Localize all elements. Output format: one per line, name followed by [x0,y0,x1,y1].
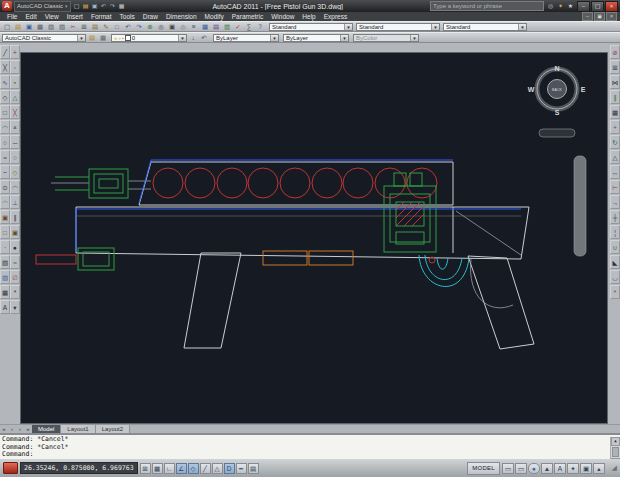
osnap-tool-icon[interactable]: ∅ [10,270,20,284]
draw-tool-icon[interactable]: ◠ [0,120,10,134]
infocenter-search-input[interactable]: Type a keyword or phrase [430,1,544,11]
infocenter-icon[interactable]: ★ [566,2,575,11]
toolbar-icon[interactable]: ▤ [13,22,23,31]
menu-item[interactable]: Tools [116,12,139,21]
quick-access-icon[interactable]: ▤ [82,2,90,11]
modify-tool-icon[interactable]: ◡ [610,270,620,284]
status-toggle-button[interactable]: D [224,463,235,474]
toolbar-icon[interactable]: ✂ [68,22,78,31]
modify-tool-icon[interactable]: ◣ [610,255,620,269]
command-scrollbar[interactable]: ▲ ▼ [610,437,620,459]
toolbar-icon[interactable]: ▦ [200,22,210,31]
toolbar-icon[interactable]: ▣ [167,22,177,31]
modify-tool-icon[interactable]: ↻ [610,135,620,149]
model-space-canvas[interactable]: BACK N S W E [20,52,608,424]
menu-item[interactable]: Parametric [228,12,267,21]
status-right-icon[interactable]: ✦ [567,463,579,474]
status-right-icon[interactable]: ▲ [541,463,553,474]
chevron-down-icon[interactable]: ▼ [340,35,348,41]
toolbar-icon[interactable]: ▢ [2,22,12,31]
status-right-icon[interactable]: A [554,463,566,474]
toolbar-icon[interactable]: ▤ [90,22,100,31]
modify-tool-icon[interactable]: ↔ [610,165,620,179]
modify-tool-icon[interactable]: ⊢ [610,180,620,194]
quick-access-icon[interactable]: ↷ [109,2,117,11]
osnap-tool-icon[interactable]: ⊥ [10,195,20,209]
status-right-icon[interactable]: ▣ [580,463,592,474]
draw-tool-icon[interactable]: ▦ [0,285,10,299]
toolbar-icon[interactable]: ✓ [233,22,243,31]
layer-toolbar-icon[interactable]: ▦ [98,33,108,42]
status-toggle-button[interactable]: △ [212,463,223,474]
menu-item[interactable]: Edit [21,12,40,21]
osnap-tool-icon[interactable]: * [10,285,20,299]
model-paper-toggle[interactable]: MODEL [467,462,500,475]
style-combo[interactable]: Standard ▼ [356,23,440,31]
osnap-tool-icon[interactable]: ◦ [10,60,20,74]
draw-tool-icon[interactable]: ~ [0,165,10,179]
draw-tool-icon[interactable]: ○ [0,135,10,149]
chevron-down-icon[interactable]: ▼ [270,35,278,41]
scrollbar-thumb[interactable] [612,447,619,457]
command-window[interactable]: Command: *Cancel*Command: *Cancel*Comman… [0,433,620,459]
menu-item[interactable]: Help [298,12,319,21]
draw-tool-icon[interactable]: ▨ [0,255,10,269]
modify-tool-icon[interactable]: ¦ [610,225,620,239]
clean-screen-corner-icon[interactable]: ◢ [607,464,617,472]
osnap-tool-icon[interactable]: ▾ [10,300,20,314]
window-control-button[interactable]: ▢ [591,1,604,12]
draw-tool-icon[interactable]: ◇ [0,90,10,104]
status-toggle-button[interactable]: ▦ [152,463,163,474]
status-right-icon[interactable]: ▭ [515,463,527,474]
osnap-tool-icon[interactable]: ╳ [10,105,20,119]
chevron-down-icon[interactable]: ▼ [431,24,439,30]
status-toggle-button[interactable]: ∟ [164,463,175,474]
navigation-bar[interactable] [574,156,586,256]
workspace-combo[interactable]: AutoCAD Classic ▼ [2,34,86,42]
status-toggle-button[interactable]: ╱ [200,463,211,474]
draw-tool-icon[interactable]: ▣ [0,210,10,224]
status-toggle-button[interactable]: ∠ [176,463,187,474]
toolbar-icon[interactable]: ◎ [156,22,166,31]
toolbar-icon[interactable]: ▣ [24,22,34,31]
viewcube-compass[interactable]: BACK N S W E [528,65,586,138]
toolbar-icon[interactable]: □ [112,22,122,31]
toolbar-icon[interactable]: ▦ [35,22,45,31]
osnap-tool-icon[interactable]: △ [10,90,20,104]
draw-tool-icon[interactable]: ⊙ [0,180,10,194]
status-toggle-button[interactable]: ◇ [188,463,199,474]
status-right-icon[interactable]: ● [528,463,540,474]
menu-item[interactable]: Dimension [162,12,201,21]
osnap-tool-icon[interactable]: × [10,120,20,134]
toolbar-icon[interactable]: ≡ [189,22,199,31]
menu-item[interactable]: Express [320,12,351,21]
linetype-combo[interactable]: ByLayer ▼ [283,34,349,42]
modify-tool-icon[interactable]: ┼ [610,210,620,224]
modify-tool-icon[interactable]: ⋈ [610,75,620,89]
status-right-icon[interactable]: ▭ [502,463,514,474]
draw-tool-icon[interactable]: A [0,300,10,314]
menu-item[interactable]: Window [267,12,298,21]
infocenter-icon[interactable]: ◎ [546,2,555,11]
osnap-tool-icon[interactable]: ◇ [10,165,20,179]
modify-tool-icon[interactable]: ∪ [610,240,620,254]
menu-item[interactable]: View [41,12,63,21]
toolbar-icon[interactable]: ▨ [57,22,67,31]
quick-access-icon[interactable]: ▢ [73,2,81,11]
status-app-icon[interactable] [3,462,18,474]
toolbar-icon[interactable]: ▤ [211,22,221,31]
layer-combo[interactable]: ●●▪ 0 ▼ [111,34,187,42]
osnap-tool-icon[interactable]: ▪ [10,75,20,89]
quick-access-icon[interactable]: ▦ [118,2,126,11]
style-combo[interactable]: Standard ▼ [443,23,527,31]
modify-tool-icon[interactable]: * [610,285,620,299]
osnap-tool-icon[interactable]: ◠ [10,180,20,194]
modify-tool-icon[interactable]: + [610,120,620,134]
draw-tool-icon[interactable]: ╳ [0,60,10,74]
quick-access-workspace-dropdown[interactable]: AutoCAD Classic ▾ [14,1,71,12]
menu-item[interactable]: Draw [139,12,162,21]
toolbar-icon[interactable]: ∑ [244,22,254,31]
modify-tool-icon[interactable]: △ [610,150,620,164]
toolbar-icon[interactable]: ↶ [123,22,133,31]
menu-item[interactable]: Modify [201,12,228,21]
